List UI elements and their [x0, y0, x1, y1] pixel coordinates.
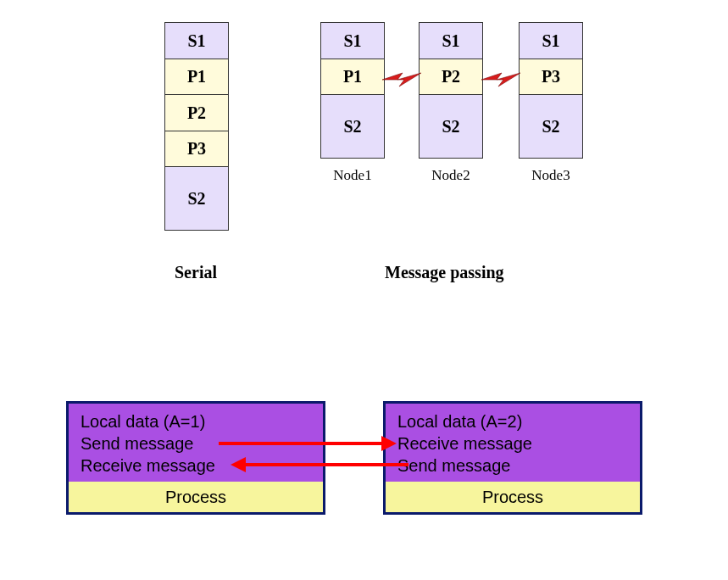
serial-stack: S1 P1 P2 P3 S2: [164, 22, 229, 231]
bolt-icon: [480, 68, 522, 92]
process-left: Local data (A=1) Send message Receive me…: [66, 401, 325, 515]
mp-caption: Message passing: [385, 263, 504, 282]
mp-node3-label: Node3: [519, 167, 583, 184]
serial-cell-p3: P3: [164, 131, 229, 168]
mp-node2-label: Node2: [419, 167, 483, 184]
mp-node3-p: P3: [519, 59, 583, 96]
arrow-send-right: [219, 442, 381, 445]
serial-cell-p1: P1: [164, 59, 229, 96]
bolt-icon: [381, 68, 423, 92]
mp-node2-s2: S2: [419, 94, 483, 159]
mp-node1-s1: S1: [320, 22, 385, 59]
arrow-send-left: [246, 463, 408, 466]
svg-marker-1: [481, 73, 520, 86]
process-left-line1: Local data (A=1): [81, 410, 318, 432]
mp-node1-s2: S2: [320, 94, 385, 159]
process-right-footer: Process: [386, 482, 640, 512]
mp-node1-p: P1: [320, 59, 385, 96]
process-right-line2: Receive message: [397, 432, 635, 455]
serial-cell-s2: S2: [164, 166, 229, 231]
process-right-line1: Local data (A=2): [397, 410, 635, 432]
svg-marker-0: [382, 73, 421, 86]
process-right: Local data (A=2) Receive message Send me…: [383, 401, 642, 515]
arrow-head-right-icon: [381, 436, 397, 451]
mp-node3-s2: S2: [519, 94, 583, 159]
process-left-footer: Process: [69, 482, 323, 512]
mp-node1-stack: S1 P1 S2 Node1: [320, 22, 385, 184]
mp-node2-s1: S1: [419, 22, 483, 59]
serial-caption: Serial: [175, 263, 217, 282]
mp-node1-label: Node1: [320, 167, 385, 184]
process-right-body: Local data (A=2) Receive message Send me…: [386, 404, 640, 482]
mp-node2-stack: S1 P2 S2 Node2: [419, 22, 483, 184]
mp-node3-stack: S1 P3 S2 Node3: [519, 22, 583, 184]
process-right-line3: Send message: [397, 455, 635, 477]
serial-cell-p2: P2: [164, 94, 229, 131]
arrow-head-left-icon: [231, 457, 246, 472]
mp-node3-s1: S1: [519, 22, 583, 59]
mp-node2-p: P2: [419, 59, 483, 96]
serial-cell-s1: S1: [164, 22, 229, 59]
